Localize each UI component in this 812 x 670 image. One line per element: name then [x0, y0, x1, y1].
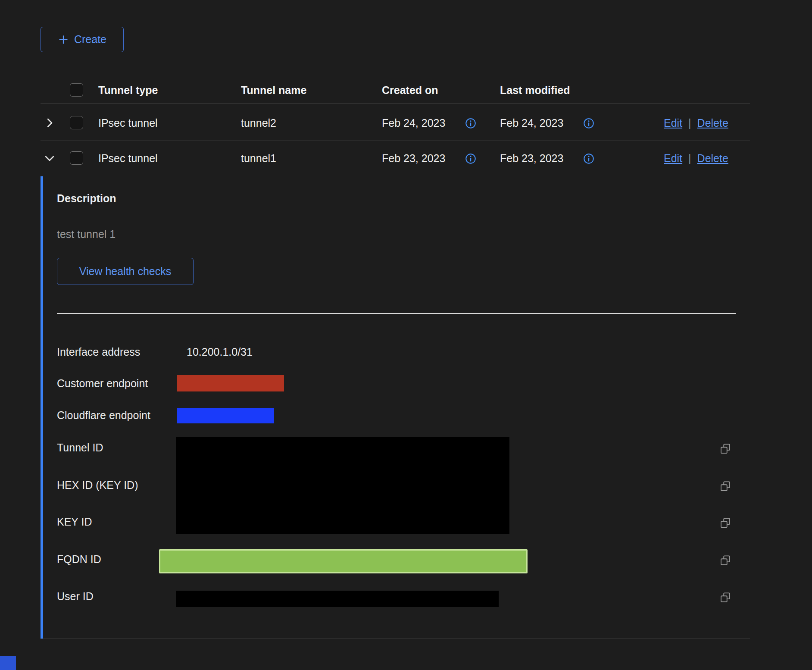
- tunnels-page: Create Tunnel type Tunnel name Created o…: [0, 0, 812, 670]
- create-button[interactable]: Create: [41, 27, 124, 52]
- last-modified-info-button[interactable]: [583, 153, 595, 165]
- row-divider: [41, 141, 750, 141]
- info-icon: [465, 160, 477, 166]
- expanded-row-accent-bar: [41, 176, 43, 639]
- edit-link[interactable]: Edit: [664, 152, 682, 165]
- header-divider: [41, 103, 750, 104]
- action-separator: |: [688, 116, 691, 129]
- cell-tunnel-name: tunnel2: [241, 116, 276, 129]
- info-icon: [465, 124, 477, 131]
- expand-row-button[interactable]: [43, 116, 56, 129]
- copy-icon: [719, 524, 732, 531]
- cloudflare-endpoint-label: Cloudflare endpoint: [57, 409, 150, 422]
- collapse-row-button[interactable]: [43, 152, 56, 165]
- cell-last-modified: Feb 24, 2023: [500, 116, 563, 129]
- bottom-left-blue-marker: [0, 656, 16, 670]
- copy-icon: [719, 599, 732, 605]
- create-button-label: Create: [74, 33, 106, 46]
- copy-icon: [719, 450, 732, 457]
- tunnel-id-label: Tunnel ID: [57, 441, 103, 454]
- row-checkbox[interactable]: [70, 151, 83, 165]
- cell-created-on: Feb 24, 2023: [382, 116, 445, 129]
- info-icon: [583, 160, 595, 166]
- interface-address-label: Interface address: [57, 345, 140, 358]
- edit-link[interactable]: Edit: [664, 116, 682, 129]
- copy-icon: [719, 562, 732, 568]
- view-health-checks-label: View health checks: [79, 265, 172, 278]
- delete-link[interactable]: Delete: [697, 152, 728, 165]
- fqdn-id-label: FQDN ID: [57, 553, 101, 566]
- description-label: Description: [57, 192, 116, 205]
- ids-redacted: [176, 437, 509, 534]
- key-id-label: KEY ID: [57, 515, 92, 528]
- user-id-label: User ID: [57, 590, 94, 603]
- copy-tunnel-id-button[interactable]: [719, 442, 732, 455]
- copy-fqdn-id-button[interactable]: [719, 554, 732, 567]
- copy-hex-id-button[interactable]: [719, 480, 732, 493]
- customer-endpoint-redacted: [177, 375, 284, 391]
- cell-tunnel-type: IPsec tunnel: [98, 116, 158, 129]
- select-all-checkbox[interactable]: [70, 83, 83, 97]
- plus-icon: [58, 34, 69, 45]
- cell-last-modified: Feb 23, 2023: [500, 152, 563, 165]
- fqdn-id-redacted: [159, 549, 528, 573]
- action-separator: |: [688, 152, 691, 165]
- cell-tunnel-type: IPsec tunnel: [98, 152, 158, 165]
- column-header-tunnel-type: Tunnel type: [98, 84, 158, 97]
- row-checkbox[interactable]: [70, 116, 83, 129]
- column-header-tunnel-name: Tunnel name: [241, 84, 306, 97]
- customer-endpoint-label: Customer endpoint: [57, 377, 148, 390]
- copy-icon: [719, 488, 732, 494]
- created-on-info-button[interactable]: [465, 117, 477, 129]
- cloudflare-endpoint-redacted: [177, 408, 274, 423]
- user-id-redacted: [176, 591, 499, 607]
- chevron-right-icon: [43, 124, 56, 131]
- column-header-created-on: Created on: [382, 84, 438, 97]
- section-divider: [57, 313, 736, 314]
- column-header-last-modified: Last modified: [500, 84, 570, 97]
- chevron-down-icon: [43, 160, 56, 166]
- cell-created-on: Feb 23, 2023: [382, 152, 445, 165]
- info-icon: [583, 124, 595, 131]
- description-value: test tunnel 1: [57, 228, 116, 241]
- last-modified-info-button[interactable]: [583, 117, 595, 129]
- copy-key-id-button[interactable]: [719, 517, 732, 529]
- hex-id-label: HEX ID (KEY ID): [57, 479, 138, 492]
- view-health-checks-button[interactable]: View health checks: [57, 258, 194, 285]
- created-on-info-button[interactable]: [465, 153, 477, 165]
- cell-tunnel-name: tunnel1: [241, 152, 276, 165]
- delete-link[interactable]: Delete: [697, 116, 728, 129]
- interface-address-value: 10.200.1.0/31: [187, 345, 253, 358]
- expanded-section-bottom-divider: [41, 639, 750, 639]
- copy-user-id-button[interactable]: [719, 591, 732, 604]
